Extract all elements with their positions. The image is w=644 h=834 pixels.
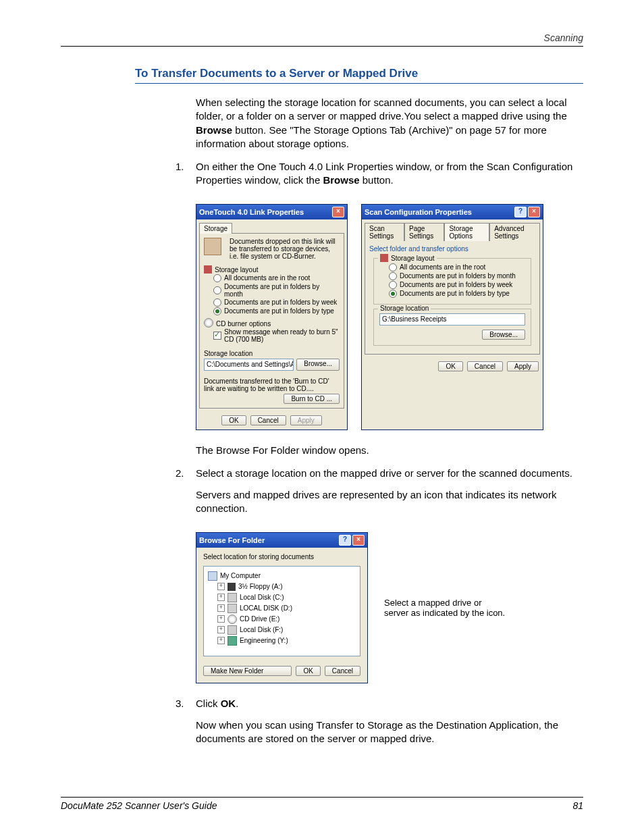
node-my-computer[interactable]: My Computer: [220, 571, 261, 581]
sc-r4-label: Documents are put in folders by type: [400, 290, 510, 297]
browse-ok-button[interactable]: OK: [296, 666, 320, 676]
radio-by-type-label: Documents are put in folders by type: [224, 307, 334, 315]
node-cd-e[interactable]: CD Drive (E:): [240, 614, 279, 625]
tab-page-settings[interactable]: Page Settings: [404, 223, 444, 241]
browse-subtitle: Select location for storing documents: [196, 548, 367, 563]
sc-browse-button[interactable]: Browse...: [482, 330, 525, 340]
footer-left: DocuMate 252 Scanner User's Guide: [61, 800, 217, 811]
tab-storage-options[interactable]: Storage Options: [444, 223, 489, 241]
radio-by-week[interactable]: Documents are put in folders by week: [213, 298, 340, 307]
expand-icon[interactable]: +: [217, 594, 225, 601]
cd-drive-icon: [227, 615, 237, 624]
hdd-icon: [227, 593, 237, 602]
expand-icon[interactable]: +: [217, 637, 225, 644]
intro-text-c: button. See "The Storage Options Tab (Ar…: [196, 124, 547, 149]
tab-storage[interactable]: Storage: [199, 223, 232, 234]
running-header: Scanning: [61, 32, 583, 47]
network-drive-icon: [227, 636, 237, 646]
radio-by-week-label: Documents are put in folders by week: [224, 298, 337, 306]
onetouch-titlebar: OneTouch 4.0 Link Properties ×: [196, 205, 347, 219]
sc-ok-button[interactable]: OK: [438, 361, 462, 371]
node-floppy[interactable]: 3½ Floppy (A:): [238, 581, 283, 592]
sc-radio-by-week[interactable]: Documents are put in folders by week: [389, 281, 525, 289]
onetouch-title: OneTouch 4.0 Link Properties: [199, 208, 304, 216]
check-show-message-label: Show message when ready to burn 5" CD (7…: [224, 328, 340, 343]
sc-r1-label: All documents are in the root: [400, 263, 485, 271]
make-new-folder-button[interactable]: Make New Folder: [203, 666, 292, 676]
sc-cancel-button[interactable]: Cancel: [467, 361, 503, 371]
browse-title: Browse For Folder: [199, 536, 265, 544]
step-1-number: 1.: [176, 160, 196, 196]
layout-icon: [380, 254, 388, 262]
ok-button[interactable]: OK: [221, 415, 246, 425]
hdd-icon: [227, 625, 237, 635]
step3-a: Click: [196, 698, 221, 709]
scan-configuration-properties-dialog: Scan Configuration Properties ? × Scan S…: [361, 204, 543, 430]
radio-by-month[interactable]: Documents are put in folders by month: [213, 283, 340, 298]
sc-storage-location-legend: Storage location: [378, 305, 431, 312]
folder-tree[interactable]: My Computer +3½ Floppy (A:) +Local Disk …: [203, 566, 360, 656]
node-local-d[interactable]: LOCAL DISK (D:): [240, 603, 292, 614]
cd-icon: [204, 318, 213, 328]
browse-for-folder-dialog: Browse For Folder ? × Select location fo…: [196, 532, 368, 683]
step-1-text: On either the One Touch 4.0 Link Propert…: [196, 160, 583, 188]
intro-paragraph: When selecting the storage location for …: [196, 96, 583, 151]
sc-radio-by-type[interactable]: Documents are put in folders by type: [389, 290, 525, 298]
check-show-message[interactable]: Show message when ready to burn 5" CD (7…: [213, 328, 340, 343]
scanconf-title: Scan Configuration Properties: [365, 208, 472, 216]
burn-to-cd-button[interactable]: Burn to CD ...: [284, 394, 340, 404]
tab-scan-settings[interactable]: Scan Settings: [365, 223, 404, 241]
step1-b: Browse: [323, 174, 359, 186]
step-2-after-text: Servers and mapped drives are represente…: [196, 488, 583, 516]
floppy-icon: [227, 583, 236, 591]
computer-icon: [208, 571, 217, 581]
expand-icon[interactable]: +: [217, 626, 225, 633]
storage-location-input[interactable]: C:\Documents and Settings\Administrator\…: [204, 359, 294, 371]
expand-icon[interactable]: +: [217, 604, 225, 612]
step-2-number: 2.: [176, 467, 196, 524]
close-icon[interactable]: ×: [352, 535, 365, 546]
sc-radio-by-month[interactable]: Documents are put in folders by month: [389, 272, 525, 280]
node-engineering-y[interactable]: Engineering (Y:): [240, 635, 288, 646]
layout-icon: [204, 265, 212, 273]
expand-icon[interactable]: +: [217, 583, 225, 590]
hdd-icon: [227, 604, 237, 613]
step-2-text: Select a storage location on the mapped …: [196, 467, 583, 480]
cd-burner-heading: CD burner options: [204, 318, 340, 328]
close-icon[interactable]: ×: [528, 207, 540, 217]
select-folder-label: Select folder and transfer options: [369, 245, 535, 253]
expand-icon[interactable]: +: [217, 615, 225, 623]
browse-button[interactable]: Browse...: [296, 359, 340, 371]
step3-b: OK: [221, 698, 236, 709]
radio-by-type[interactable]: Documents are put in folders by type: [213, 307, 340, 315]
storage-icon: [204, 238, 221, 255]
help-icon[interactable]: ?: [514, 207, 527, 217]
sc-r2-label: Documents are put in folders by month: [400, 272, 516, 280]
close-icon[interactable]: ×: [332, 207, 344, 217]
onetouch-link-properties-dialog: OneTouch 4.0 Link Properties × Storage D…: [196, 204, 348, 430]
browse-cancel-button[interactable]: Cancel: [325, 666, 360, 676]
node-local-c[interactable]: Local Disk (C:): [240, 592, 284, 603]
footer-page-number: 81: [572, 800, 583, 811]
annotation-text: Select a mapped drive or server as indic…: [384, 598, 506, 618]
sc-r3-label: Documents are put in folders by week: [400, 281, 512, 288]
cancel-button[interactable]: Cancel: [250, 415, 286, 425]
sc-radio-all-root[interactable]: All documents are in the root: [389, 263, 525, 271]
storage-layout-heading: Storage layout: [204, 265, 340, 273]
radio-all-root-label: All documents are in the root: [224, 274, 310, 282]
step3-c: .: [236, 698, 238, 709]
step1-c: button.: [360, 174, 394, 186]
section-heading: To Transfer Documents to a Server or Map…: [135, 67, 583, 84]
help-icon[interactable]: ?: [339, 535, 351, 546]
step-3-after-text: Now when you scan using Transfer to Stor…: [196, 719, 583, 746]
intro-browse-word: Browse: [196, 124, 232, 136]
radio-all-root[interactable]: All documents are in the root: [213, 274, 340, 282]
radio-by-month-label: Documents are put in folders by month: [224, 283, 340, 298]
sc-apply-button[interactable]: Apply: [507, 361, 539, 371]
storage-location-label: Storage location: [204, 350, 340, 357]
apply-button[interactable]: Apply: [290, 415, 322, 425]
tab-advanced-settings[interactable]: Advanced Settings: [489, 223, 540, 241]
node-local-f[interactable]: Local Disk (F:): [240, 625, 283, 635]
browse-titlebar: Browse For Folder ? ×: [196, 533, 367, 548]
sc-storage-location-input[interactable]: G:\Business Receipts: [379, 313, 525, 325]
